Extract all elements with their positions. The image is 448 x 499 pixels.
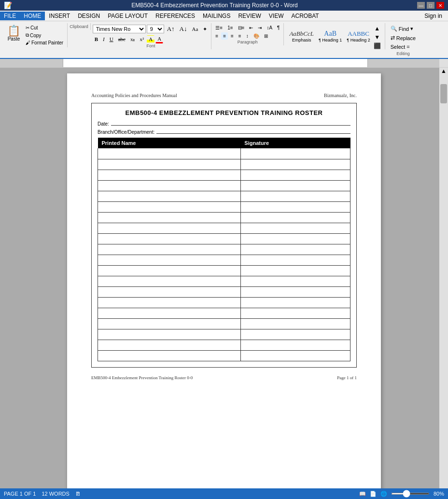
menu-view[interactable]: VIEW [265, 12, 288, 20]
bold-button[interactable]: B [93, 35, 100, 43]
line-spacing-button[interactable]: ↕ [244, 32, 251, 40]
view-read-button[interactable]: 📖 [359, 491, 366, 497]
view-web-button[interactable]: 🌐 [380, 491, 387, 497]
font-size-select[interactable]: 9 [147, 25, 164, 33]
cell-signature[interactable] [240, 244, 350, 255]
shading-button[interactable]: 🎨 [252, 32, 261, 40]
cell-name[interactable] [98, 201, 241, 212]
font-color-button[interactable]: A [155, 35, 163, 43]
subscript-button[interactable]: x₂ [128, 35, 137, 43]
cell-name[interactable] [98, 212, 241, 223]
paste-button[interactable]: 📋 Paste [4, 24, 24, 46]
style-emphasis[interactable]: AaBbCcL Emphasis [287, 29, 316, 44]
cell-signature[interactable] [240, 148, 350, 159]
menu-mailings[interactable]: MAILINGS [199, 12, 234, 20]
cell-name[interactable] [98, 244, 241, 255]
replace-button[interactable]: ⇄ Replace [388, 33, 418, 43]
cell-name[interactable] [98, 265, 241, 276]
menu-review[interactable]: REVIEW [234, 12, 265, 20]
sort-button[interactable]: ↕A [265, 24, 274, 31]
align-center-button[interactable]: ≡ [221, 32, 228, 40]
close-button[interactable]: ✕ [436, 2, 444, 9]
bullets-button[interactable]: ☰≡ [213, 24, 224, 31]
cell-signature[interactable] [240, 340, 350, 350]
strikethrough-button[interactable]: abc [116, 35, 127, 43]
cell-name[interactable] [98, 340, 241, 350]
show-formatting-button[interactable]: ¶ [275, 24, 281, 31]
format-painter-button[interactable]: 🖌 Format Painter [24, 39, 65, 46]
cell-signature[interactable] [240, 233, 350, 244]
align-right-button[interactable]: ≡ [229, 32, 236, 40]
cell-name[interactable] [98, 350, 241, 361]
superscript-button[interactable]: x² [138, 35, 146, 43]
branch-underline[interactable] [156, 133, 350, 134]
cell-name[interactable] [98, 276, 241, 286]
increase-indent-button[interactable]: ⇥ [256, 24, 264, 31]
menu-home[interactable]: HOME [20, 12, 45, 20]
cell-name[interactable] [98, 329, 241, 340]
scroll-up-button[interactable]: ▲ [441, 68, 447, 74]
borders-button[interactable]: ⊞ [262, 32, 270, 40]
zoom-slider[interactable] [391, 493, 430, 495]
numbering-button[interactable]: 1≡ [225, 24, 235, 31]
cell-signature[interactable] [240, 297, 350, 308]
sign-in-link[interactable]: Sign in [419, 12, 448, 20]
cell-name[interactable] [98, 180, 241, 191]
menu-design[interactable]: DESIGN [74, 12, 104, 20]
cell-signature[interactable] [240, 286, 350, 297]
copy-button[interactable]: ⧉ Copy [24, 31, 65, 39]
styles-scroll-down[interactable]: ▼ [373, 33, 382, 42]
vertical-scrollbar[interactable]: ▲ ▼ [439, 68, 448, 499]
underline-button[interactable]: U [108, 35, 115, 43]
shrink-font-button[interactable]: A↓ [178, 24, 189, 34]
cell-name[interactable] [98, 318, 241, 329]
grow-font-button[interactable]: A↑ [165, 24, 177, 34]
text-highlight-button[interactable]: A [147, 35, 154, 43]
cell-signature[interactable] [240, 191, 350, 201]
cell-signature[interactable] [240, 276, 350, 286]
decrease-indent-button[interactable]: ⇤ [247, 24, 255, 31]
italic-button[interactable]: I [101, 35, 107, 43]
select-button[interactable]: Select = [388, 43, 418, 51]
cell-signature[interactable] [240, 159, 350, 170]
cell-signature[interactable] [240, 212, 350, 223]
cell-signature[interactable] [240, 201, 350, 212]
cell-signature[interactable] [240, 170, 350, 180]
cell-name[interactable] [98, 286, 241, 297]
cell-name[interactable] [98, 297, 241, 308]
cell-name[interactable] [98, 148, 241, 159]
menu-file[interactable]: FILE [0, 12, 20, 20]
menu-references[interactable]: REFERENCES [152, 12, 199, 20]
minimize-button[interactable]: — [417, 2, 425, 9]
cell-signature[interactable] [240, 329, 350, 340]
align-left-button[interactable]: ≡ [213, 32, 220, 40]
cell-signature[interactable] [240, 180, 350, 191]
font-name-select[interactable]: Times New Ro [93, 25, 146, 33]
cell-name[interactable] [98, 233, 241, 244]
view-print-button[interactable]: 📄 [370, 491, 377, 497]
style-heading2[interactable]: AABBC ¶ Heading 2 [344, 29, 372, 44]
change-case-button[interactable]: Aa [190, 25, 200, 33]
cell-name[interactable] [98, 191, 241, 201]
justify-button[interactable]: ≡ [237, 32, 243, 40]
cut-button[interactable]: ✂ Cut [24, 24, 65, 31]
cell-name[interactable] [98, 308, 241, 318]
find-button[interactable]: 🔍 Find ▾ [388, 24, 418, 33]
cell-signature[interactable] [240, 265, 350, 276]
menu-insert[interactable]: INSERT [45, 12, 74, 20]
multilevel-button[interactable]: ⊟≡ [236, 24, 247, 31]
styles-more[interactable]: ⬛ [373, 42, 382, 50]
scrollbar-thumb[interactable] [440, 84, 447, 103]
clear-formatting-button[interactable]: ✦ [201, 25, 209, 33]
cell-signature[interactable] [240, 350, 350, 361]
cell-signature[interactable] [240, 255, 350, 265]
date-underline[interactable] [111, 125, 350, 126]
menu-pagelayout[interactable]: PAGE LAYOUT [104, 12, 152, 20]
cell-name[interactable] [98, 255, 241, 265]
menu-acrobat[interactable]: ACROBAT [287, 12, 322, 20]
cell-name[interactable] [98, 223, 241, 233]
style-heading1[interactable]: AaB ¶ Heading 1 [316, 29, 344, 44]
cell-signature[interactable] [240, 223, 350, 233]
cell-signature[interactable] [240, 318, 350, 329]
maximize-button[interactable]: □ [427, 2, 434, 9]
